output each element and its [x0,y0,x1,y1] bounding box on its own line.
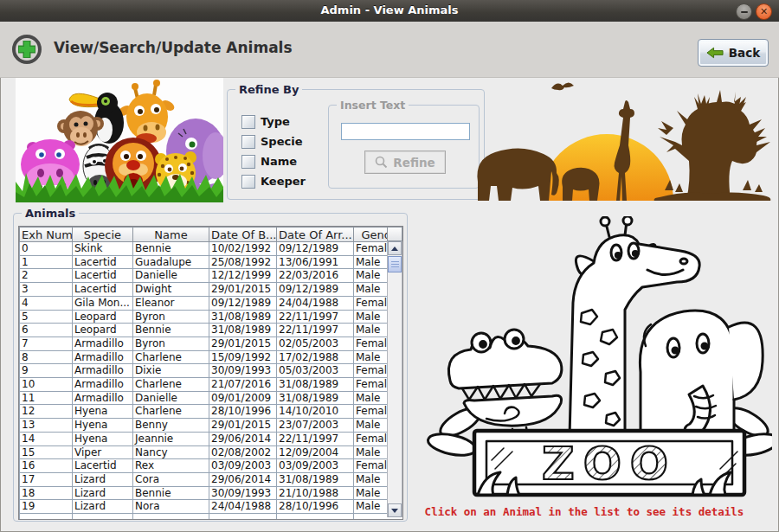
table-cell[interactable]: 29/01/2015 [209,283,277,297]
table-cell[interactable]: Dixie [133,364,209,378]
table-cell[interactable]: 09/12/1989 [277,283,354,297]
table-cell[interactable]: 30/09/1993 [209,364,277,378]
table-cell[interactable]: Danielle [133,269,209,283]
scrollbar-down-button[interactable] [388,503,402,517]
column-header[interactable]: Name [133,228,209,242]
table-cell[interactable]: Armadillo [73,350,133,364]
table-cell[interactable]: 6 [20,324,73,337]
table-cell[interactable]: 16 [20,459,73,473]
table-cell[interactable]: Lizard [73,500,133,514]
table-cell[interactable]: Guadalupe [133,255,209,269]
table-cell[interactable]: 03/09/2003 [209,459,277,473]
table-cell[interactable]: 31/08/1989 [209,310,277,324]
minimize-button[interactable] [736,3,752,20]
table-cell[interactable]: 15/09/1992 [209,350,277,364]
table-row[interactable]: 17LizardCora29/06/201431/08/1989Male [20,472,404,486]
table-row[interactable]: 12HyenaCharlene28/10/199614/10/2010Femal… [20,405,404,419]
table-row[interactable]: 8ArmadilloCharlene15/09/199217/02/1988Ma… [20,350,404,364]
table-cell[interactable]: Bennie [133,324,209,337]
table-row[interactable]: 1LacertidGuadalupe25/08/199213/06/1991Ma… [20,255,404,269]
scrollbar-thumb[interactable] [388,256,402,272]
table-cell[interactable]: 9 [20,364,73,378]
table-cell[interactable]: 13 [20,419,73,433]
table-cell[interactable]: Byron [133,310,209,324]
column-header[interactable]: Specie [73,228,133,242]
table-cell[interactable]: 2 [20,269,73,283]
table-cell[interactable]: Hyena [73,432,133,445]
table-cell[interactable]: Charlene [133,350,209,364]
table-cell[interactable]: 24/04/1988 [209,500,277,514]
checkbox-type[interactable]: Type [241,115,290,128]
table-cell[interactable]: Armadillo [73,391,133,405]
refine-button[interactable]: Refine [364,151,446,174]
table-cell[interactable]: Viper [73,445,133,459]
table-cell[interactable]: 8 [20,350,73,364]
table-cell[interactable]: 05/03/2003 [277,364,354,378]
table-cell[interactable]: 19 [20,500,73,514]
checkbox-keeper[interactable]: Keeper [241,175,306,188]
back-button[interactable]: Back [698,39,769,67]
table-cell[interactable]: 22/11/1997 [277,324,354,337]
table-row[interactable]: 5LeopardByron31/08/198922/11/1997Male [20,310,404,324]
table-cell[interactable]: 10 [20,378,73,392]
table-cell[interactable]: 15 [20,445,73,459]
table-cell[interactable]: Lizard [73,486,133,500]
table-cell[interactable]: Bennie [133,242,209,256]
table-cell[interactable]: 14/10/2010 [277,405,354,419]
table-cell[interactable]: Armadillo [73,337,133,350]
table-cell[interactable]: Armadillo [73,378,133,392]
column-header[interactable]: Date Of Arr... [277,228,354,242]
table-cell[interactable]: Dwight [133,283,209,297]
table-row[interactable]: 9ArmadilloDixie30/09/199305/03/2003Femal… [20,364,404,378]
table-cell[interactable]: 17/02/1988 [277,350,354,364]
table-cell[interactable]: 3 [20,283,73,297]
table-cell[interactable]: Bennie [133,486,209,500]
scrollbar-up-button[interactable] [388,241,402,255]
column-header[interactable]: Exh Num [20,228,73,242]
table-cell[interactable]: 12/12/1999 [209,269,277,283]
table-row[interactable]: 10ArmadilloCharlene21/07/201631/08/1989F… [20,378,404,392]
table-cell[interactable]: 29/06/2014 [209,472,277,486]
table-cell[interactable]: Byron [133,337,209,350]
table-cell[interactable]: 0 [20,242,73,256]
table-cell[interactable]: 22/11/1997 [277,432,354,445]
table-cell[interactable]: 31/08/1989 [277,378,354,392]
checkbox-name[interactable]: Name [241,155,297,168]
refine-text-input[interactable] [341,123,470,140]
checkbox-specie[interactable]: Specie [241,135,302,148]
table-row[interactable]: 3LacertidDwight29/01/201509/12/1989Male [20,283,404,297]
table-cell[interactable]: Lacertid [73,269,133,283]
table-row[interactable]: 11ArmadilloDanielle09/01/200931/08/1989M… [20,391,404,405]
table-cell[interactable]: Armadillo [73,364,133,378]
table-cell[interactable]: 29/01/2015 [209,337,277,350]
table-cell[interactable]: Hyena [73,419,133,433]
table-cell[interactable]: Lacertid [73,283,133,297]
table-cell[interactable]: 12/09/2004 [277,445,354,459]
table-row[interactable]: 15ViperNancy02/08/200212/09/2004Male [20,445,404,459]
table-cell[interactable]: 31/08/1989 [277,472,354,486]
table-row[interactable]: 18LizardBennie30/09/199321/10/1988Male [20,486,404,500]
table-cell[interactable]: 02/05/2003 [277,337,354,350]
table-cell[interactable]: Leopard [73,310,133,324]
table-row[interactable]: 7ArmadilloByron29/01/201502/05/2003Femal… [20,337,404,350]
table-row[interactable]: 6LeopardBennie31/08/198922/11/1997Male [20,324,404,337]
table-cell[interactable]: 29/01/2015 [209,419,277,433]
table-cell[interactable]: Cora [133,472,209,486]
table-cell[interactable]: 25/08/1992 [209,255,277,269]
close-button[interactable]: ✕ [756,3,772,20]
vertical-scrollbar[interactable] [387,241,402,517]
table-row[interactable]: 2LacertidDanielle12/12/199922/03/2016Mal… [20,269,404,283]
table-cell[interactable]: Charlene [133,378,209,392]
table-cell[interactable]: 12 [20,405,73,419]
table-cell[interactable]: 18 [20,486,73,500]
titlebar[interactable]: Admin - View Animals ✕ [0,0,779,22]
table-row[interactable]: 14HyenaJeannie29/06/201422/11/1997Female [20,432,404,445]
table-cell[interactable]: 5 [20,310,73,324]
table-cell[interactable]: Lacertid [73,459,133,473]
table-cell[interactable]: 31/08/1989 [209,324,277,337]
table-cell[interactable]: 30/09/1993 [209,486,277,500]
table-cell[interactable]: Lacertid [73,255,133,269]
table-cell[interactable]: Hyena [73,405,133,419]
table-cell[interactable]: Lizard [73,472,133,486]
table-cell[interactable]: 7 [20,337,73,350]
